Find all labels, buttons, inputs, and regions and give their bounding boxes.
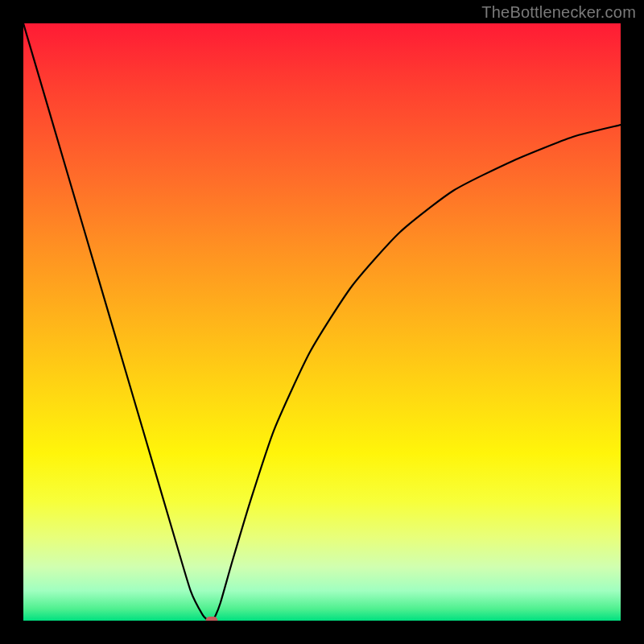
- bottleneck-curve: [23, 23, 621, 621]
- attribution-text: TheBottlenecker.com: [481, 3, 636, 22]
- chart-frame: TheBottlenecker.com: [0, 0, 644, 644]
- plot-area: [23, 23, 621, 621]
- optimal-point-marker: [205, 617, 217, 621]
